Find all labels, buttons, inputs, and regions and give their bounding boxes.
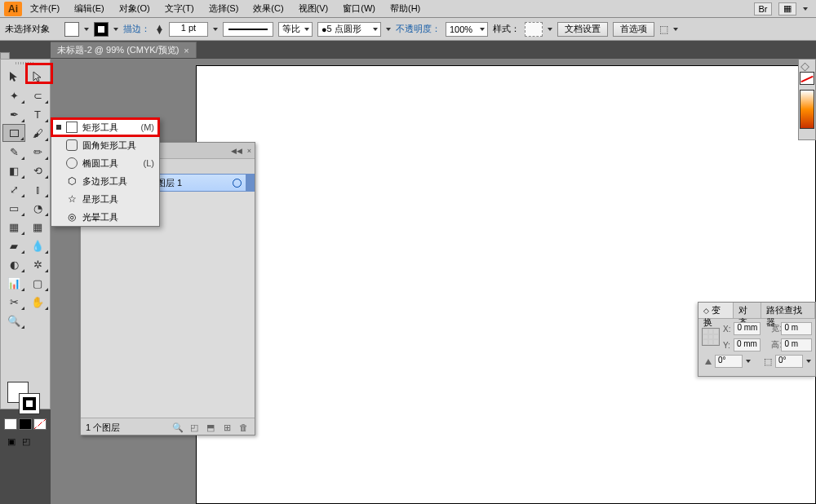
- mesh-tool[interactable]: ▦: [26, 218, 49, 236]
- rectangle-tool[interactable]: [2, 124, 25, 142]
- height-input[interactable]: 0 m: [781, 338, 812, 351]
- scale-tool[interactable]: ⤢: [2, 180, 25, 198]
- eyedropper-tool[interactable]: 💧: [26, 237, 49, 254]
- flyout-flare-tool[interactable]: ◎ 光晕工具: [51, 208, 159, 226]
- gradient-mode-button[interactable]: [19, 418, 32, 430]
- blend-tool[interactable]: ◐: [2, 255, 25, 273]
- slice-tool[interactable]: ✂: [2, 293, 25, 311]
- polygon-icon: ⬡: [66, 175, 78, 187]
- free-transform-tool[interactable]: ▭: [2, 199, 25, 217]
- pen-tool[interactable]: ✒: [2, 105, 25, 123]
- new-layer-icon[interactable]: ⊞: [220, 421, 233, 434]
- gradient-tool[interactable]: ▰: [2, 237, 25, 254]
- menu-help[interactable]: 帮助(H): [384, 1, 427, 16]
- perspective-grid-tool[interactable]: ▦: [2, 218, 25, 236]
- flyout-polygon-tool[interactable]: ⬡ 多边形工具: [51, 172, 159, 190]
- bridge-button[interactable]: Br: [754, 2, 772, 15]
- align-icon[interactable]: ⬚: [659, 24, 668, 35]
- delete-layer-icon[interactable]: 🗑: [237, 421, 250, 434]
- rotate-tool[interactable]: ⟲: [26, 161, 49, 179]
- menu-select[interactable]: 选择(S): [202, 1, 246, 16]
- eraser-tool[interactable]: ◧: [2, 161, 25, 179]
- shape-builder-tool[interactable]: ◔: [26, 199, 49, 217]
- paintbrush-tool[interactable]: 🖌: [26, 124, 49, 142]
- opacity-input[interactable]: 100%: [446, 22, 488, 37]
- graphic-style-swatch[interactable]: [525, 22, 543, 37]
- chevron-down-icon: [803, 7, 808, 11]
- rotate-input[interactable]: 0°: [715, 355, 743, 368]
- flyout-ellipse-tool[interactable]: 椭圆工具 (L): [51, 154, 159, 172]
- chevron-down-icon[interactable]: [113, 28, 118, 31]
- chevron-down-icon[interactable]: [213, 28, 218, 31]
- artboard-tool[interactable]: ▢: [26, 274, 49, 292]
- stroke-indicator[interactable]: [19, 393, 40, 414]
- reference-point-selector[interactable]: [702, 328, 720, 346]
- arrange-documents-button[interactable]: ▦: [778, 2, 796, 15]
- full-screen-icon[interactable]: ◰: [22, 436, 30, 447]
- chevron-down-icon[interactable]: [548, 28, 552, 31]
- locate-object-icon[interactable]: 🔍: [171, 421, 184, 434]
- tab-pathfinder[interactable]: 路径查找器: [761, 303, 815, 318]
- menu-file[interactable]: 文件(F): [24, 1, 66, 16]
- stroke-weight-input[interactable]: 1 pt: [169, 22, 208, 37]
- none-swatch[interactable]: [800, 72, 814, 85]
- x-input[interactable]: 0 mm: [734, 322, 761, 335]
- color-mode-button[interactable]: [4, 418, 17, 430]
- close-icon[interactable]: ×: [184, 46, 188, 55]
- menu-window[interactable]: 窗口(W): [336, 1, 382, 16]
- collapse-icon[interactable]: ◀◀: [231, 147, 242, 155]
- spectrum-swatch[interactable]: [800, 90, 814, 129]
- menu-view[interactable]: 视图(V): [292, 1, 335, 16]
- make-clip-mask-icon[interactable]: ◰: [188, 421, 201, 434]
- normal-screen-icon[interactable]: ▣: [7, 436, 16, 447]
- tab-align[interactable]: 对齐: [734, 303, 761, 318]
- type-tool[interactable]: T: [26, 105, 49, 123]
- preferences-button[interactable]: 首选项: [613, 22, 654, 37]
- stroke-label: 描边：: [123, 23, 150, 35]
- magic-wand-tool[interactable]: ✦: [2, 86, 25, 104]
- star-icon: ☆: [66, 193, 78, 205]
- symbol-sprayer-tool[interactable]: ✲: [26, 255, 49, 273]
- new-sublayer-icon[interactable]: ⬒: [204, 421, 217, 434]
- tools-panel: ✦ ⊂ ✒ T 🖌 ✎ ✏ ◧ ⟲ ⤢ ⫿ ▭ ◔ ▦ ▦ ▰ 💧 ◐ ✲ 📊 …: [0, 59, 51, 409]
- fill-stroke-indicator[interactable]: [7, 382, 43, 414]
- shear-icon: ⬚: [764, 356, 772, 367]
- width-tool[interactable]: ⫿: [26, 180, 49, 198]
- menu-type[interactable]: 文字(T): [158, 1, 201, 16]
- chevron-down-icon[interactable]: [386, 28, 391, 31]
- stroke-swatch[interactable]: [94, 22, 109, 37]
- hand-tool[interactable]: ✋: [26, 293, 49, 311]
- none-mode-button[interactable]: [33, 418, 47, 430]
- width-input[interactable]: 0 m: [781, 322, 812, 335]
- column-graph-tool[interactable]: 📊: [2, 274, 25, 292]
- flyout-rectangle-tool[interactable]: 矩形工具 (M): [51, 118, 159, 136]
- shear-input[interactable]: 0°: [775, 355, 803, 368]
- variable-width-profile[interactable]: [223, 22, 273, 37]
- artboard[interactable]: [196, 65, 816, 504]
- menu-effect[interactable]: 效果(C): [246, 1, 290, 16]
- close-icon[interactable]: ×: [247, 147, 251, 155]
- menu-bar: Ai 文件(F) 编辑(E) 对象(O) 文字(T) 选择(S) 效果(C) 视…: [0, 0, 816, 18]
- pencil-tool[interactable]: ✎: [2, 143, 25, 161]
- profile-combo[interactable]: 等比: [278, 22, 313, 37]
- transform-panel[interactable]: 变换 对齐 路径查找器 X:0 mm 宽: 0 m Y:0 mm 高: 0 m …: [698, 302, 816, 377]
- document-setup-button[interactable]: 文档设置: [557, 22, 608, 37]
- fill-swatch[interactable]: [64, 22, 79, 37]
- y-input[interactable]: 0 mm: [734, 338, 761, 351]
- layer-name[interactable]: 图层 1: [153, 177, 228, 189]
- flyout-rounded-rectangle-tool[interactable]: 圆角矩形工具: [51, 136, 159, 154]
- brush-combo[interactable]: ● 5 点圆形: [317, 22, 381, 37]
- menu-object[interactable]: 对象(O): [113, 1, 157, 16]
- target-circle-icon[interactable]: [228, 179, 246, 188]
- lasso-tool[interactable]: ⊂: [26, 86, 49, 104]
- document-tab[interactable]: 未标题-2 @ 99% (CMYK/预览) ×: [51, 42, 197, 58]
- tab-transform[interactable]: 变换: [698, 303, 734, 318]
- menu-edit[interactable]: 编辑(E): [68, 1, 111, 16]
- chevron-down-icon[interactable]: [673, 28, 678, 31]
- layer-count: 1 个图层: [86, 422, 168, 434]
- selection-tool[interactable]: [2, 68, 25, 86]
- blob-brush-tool[interactable]: ✏: [26, 143, 49, 161]
- flyout-star-tool[interactable]: ☆ 星形工具: [51, 190, 159, 208]
- zoom-tool[interactable]: 🔍: [2, 312, 25, 329]
- chevron-down-icon[interactable]: [84, 28, 89, 31]
